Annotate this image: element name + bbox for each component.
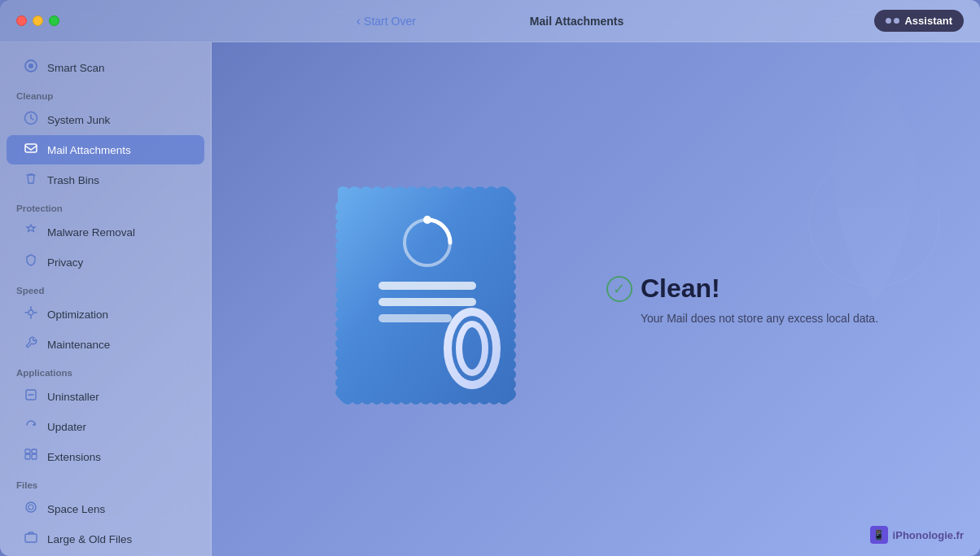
sidebar-item-label: Optimization — [47, 309, 108, 321]
close-button[interactable] — [16, 15, 27, 26]
assistant-dots-icon — [886, 18, 899, 24]
uninstaller-icon — [23, 387, 39, 405]
titlebar-center: ‹ Start Over Mail Attachments — [357, 14, 624, 28]
back-label: Start Over — [364, 15, 416, 28]
app-window: ‹ Start Over Mail Attachments Assistant — [0, 0, 980, 556]
sidebar-item-large-old-files[interactable]: Large & Old Files — [7, 524, 204, 554]
sidebar-item-label: Maintenance — [47, 339, 110, 351]
svg-point-25 — [423, 216, 431, 224]
trash-bins-icon — [23, 171, 39, 189]
svg-rect-27 — [378, 298, 476, 306]
svg-point-16 — [28, 505, 33, 510]
updater-icon — [23, 418, 39, 436]
svg-point-8 — [28, 310, 33, 315]
space-lens-icon — [23, 500, 39, 518]
brand-name: iPhonologie.fr — [893, 529, 964, 541]
sidebar-item-label: Privacy — [47, 256, 83, 269]
sidebar-item-space-lens[interactable]: Space Lens — [7, 494, 204, 523]
sidebar-item-uninstaller[interactable]: Uninstaller — [7, 382, 204, 411]
sidebar-item-system-junk[interactable]: System Junk — [7, 105, 204, 134]
assistant-button[interactable]: Assistant — [874, 10, 964, 32]
sidebar-item-label: Trash Bins — [47, 174, 99, 186]
svg-rect-11 — [25, 454, 30, 459]
sidebar-item-smart-scan[interactable]: Smart Scan — [7, 53, 204, 82]
assistant-label: Assistant — [904, 15, 952, 27]
section-label-protection: Protection — [0, 195, 211, 217]
sidebar-item-label: Uninstaller — [47, 391, 99, 403]
privacy-icon — [23, 253, 39, 271]
sidebar-item-label: Space Lens — [47, 503, 105, 515]
sidebar-item-label: Mail Attachments — [47, 144, 131, 156]
title-bar: ‹ Start Over Mail Attachments Assistant — [0, 0, 980, 42]
sidebar-item-label: Malware Removal — [47, 226, 135, 239]
maintenance-icon — [23, 335, 39, 353]
svg-point-15 — [26, 502, 36, 512]
clean-subtitle-text: Your Mail does not store any excess loca… — [641, 312, 878, 325]
sidebar-item-label: Large & Old Files — [47, 533, 132, 545]
clean-title-row: ✓ Clean! — [606, 274, 878, 304]
sidebar-item-mail-attachments[interactable]: Mail Attachments — [7, 135, 204, 164]
svg-rect-26 — [378, 282, 476, 290]
sidebar-item-trash-bins[interactable]: Trash Bins — [7, 165, 204, 195]
clean-title-text: Clean! — [641, 274, 720, 304]
brand-icon: 📱 — [870, 526, 888, 544]
clean-status-area: ✓ Clean! Your Mail does not store any ex… — [606, 274, 878, 325]
clean-check-icon: ✓ — [606, 276, 632, 302]
sidebar-item-extensions[interactable]: Extensions — [7, 442, 204, 471]
sidebar-item-privacy[interactable]: Privacy — [7, 247, 204, 277]
svg-rect-3 — [25, 144, 37, 152]
stamp-illustration — [313, 177, 541, 422]
mail-attachments-icon — [23, 141, 39, 159]
system-junk-icon — [23, 111, 39, 129]
back-button[interactable]: ‹ Start Over — [357, 14, 416, 28]
svg-rect-28 — [378, 314, 452, 322]
sidebar-item-malware-removal[interactable]: Malware Removal — [7, 217, 204, 247]
sidebar-item-label: System Junk — [47, 114, 110, 126]
sidebar-item-label: Smart Scan — [47, 62, 105, 74]
svg-rect-13 — [25, 449, 30, 453]
page-title: Mail Attachments — [530, 15, 623, 28]
section-label-applications: Applications — [0, 360, 211, 381]
sidebar-item-maintenance[interactable]: Maintenance — [7, 330, 204, 359]
back-chevron-icon: ‹ — [357, 14, 361, 28]
svg-rect-17 — [25, 534, 37, 542]
large-old-files-icon — [23, 530, 39, 548]
sidebar-item-label: Updater — [47, 421, 86, 433]
section-label-cleanup: Cleanup — [0, 83, 211, 104]
minimize-button[interactable] — [33, 15, 43, 26]
optimization-icon — [23, 305, 39, 323]
svg-rect-14 — [32, 449, 37, 453]
smart-scan-icon — [23, 59, 39, 77]
content-center: ✓ Clean! Your Mail does not store any ex… — [313, 177, 878, 422]
svg-rect-12 — [32, 454, 37, 459]
brand-watermark: 📱 iPhonologie.fr — [870, 526, 964, 544]
sidebar: Smart Scan Cleanup System Junk — [0, 42, 212, 556]
section-label-speed: Speed — [0, 278, 211, 299]
main-content: Smart Scan Cleanup System Junk — [0, 42, 980, 556]
traffic-lights — [16, 15, 59, 26]
sidebar-item-optimization[interactable]: Optimization — [7, 300, 204, 329]
sidebar-item-updater[interactable]: Updater — [7, 412, 204, 441]
content-area: ✓ Clean! Your Mail does not store any ex… — [212, 42, 980, 556]
section-label-files: Files — [0, 472, 211, 493]
maximize-button[interactable] — [49, 15, 59, 26]
svg-point-1 — [28, 63, 33, 68]
sidebar-item-label: Extensions — [47, 451, 101, 463]
extensions-icon — [23, 448, 39, 466]
malware-removal-icon — [23, 223, 39, 241]
